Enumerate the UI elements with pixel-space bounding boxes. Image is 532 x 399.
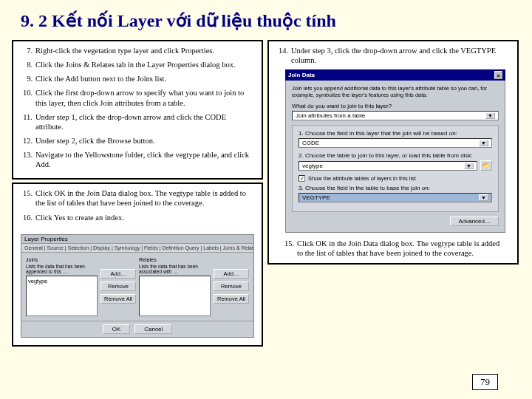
join-data-title: Join Data [288, 72, 315, 78]
instruction-step: 7.Right-click the vegetation type layer … [19, 46, 256, 55]
instruction-step: 12.Under step 2, click the Browse button… [19, 136, 256, 146]
join-step-1-label: 1. Choose the field in this layer that t… [299, 130, 492, 137]
panel-steps-15-16: 15.Click OK in the Join Data dialog box.… [12, 183, 263, 346]
relates-label: Relates [139, 257, 211, 262]
step-number: 8. [19, 60, 33, 69]
step-number: 12. [19, 136, 33, 146]
step-number: 10. [19, 88, 33, 107]
step-number: 15. [19, 188, 33, 208]
joins-remove-button[interactable]: Remove [100, 282, 136, 291]
instruction-step: 8.Click the Joins & Relates tab in the L… [19, 60, 256, 69]
instruction-step: 10.Click the first drop-down arrow to sp… [19, 88, 256, 107]
step-15-right: 15. Click OK in the Join Data dialog box… [275, 239, 511, 258]
step-14: 14. Under step 3, click the drop-down ar… [275, 46, 511, 65]
instruction-step: 13.Navigate to the Yellowstone folder, c… [19, 150, 256, 169]
join-data-dialog: Join Data × Join lets you append additio… [285, 69, 505, 233]
instruction-step: 15.Click OK in the Join Data dialog box.… [19, 188, 256, 208]
chevron-down-icon[interactable]: ▼ [479, 194, 488, 201]
relates-caption: Lists the data that has been associated … [139, 264, 211, 274]
chevron-down-icon[interactable]: ▼ [479, 140, 488, 146]
join-type-combo[interactable]: Join attributes from a table ▼ [292, 111, 499, 120]
step-text: Navigate to the Yellowstone folder, clic… [35, 150, 256, 169]
step-text: Under step 2, click the Browse button. [35, 136, 256, 146]
slide-title: 9. 2 Kết nối Layer với dữ liệu thuộc tín… [0, 0, 532, 35]
advanced-button[interactable]: Advanced… [450, 216, 499, 226]
instruction-step: 11.Under step 1, click the drop-down arr… [19, 112, 256, 132]
browse-icon[interactable]: 📂 [480, 160, 492, 171]
step-text: Click the Joins & Relates tab in the Lay… [35, 60, 256, 69]
panel-step-14-joindata: 14. Under step 3, click the drop-down ar… [267, 40, 519, 265]
chevron-down-icon[interactable]: ▼ [464, 163, 474, 169]
step-text: Click the first drop-down arrow to speci… [35, 88, 256, 107]
joins-caption: Lists the data that has been appended to… [26, 264, 98, 274]
joins-add-button[interactable]: Add… [100, 269, 136, 279]
step-text: Click OK in the Join Data dialog box. Th… [297, 239, 505, 258]
join-field-1-value: CODE [302, 140, 319, 146]
layer-properties-tabs: General | Source | Selection | Display |… [21, 244, 253, 253]
page-number: 79 [472, 374, 498, 390]
step-number: 7. [19, 46, 33, 55]
join-field-3-combo[interactable]: VEGTYPE ▼ [299, 193, 492, 202]
step-text: Click OK in the Join Data dialog box. Th… [35, 188, 256, 208]
join-step-3-label: 3. Choose the field in the table to base… [299, 185, 492, 191]
cancel-button[interactable]: Cancel [134, 324, 172, 334]
join-step-2-label: 2. Choose the table to join to this laye… [299, 152, 492, 159]
layer-properties-screenshot: Layer Properties General | Source | Sele… [13, 231, 262, 345]
show-attr-tables-checkbox-row[interactable]: ✓ Show the attribute tables of layers in… [299, 175, 492, 182]
ok-button[interactable]: OK [103, 324, 131, 334]
join-data-titlebar: Join Data × [285, 69, 505, 81]
step-number: 14. [275, 46, 288, 65]
join-data-inset: 1. Choose the field in this layer that t… [292, 125, 499, 212]
instruction-step: 9.Click the Add button next to the Joins… [19, 74, 256, 83]
panel-steps-7-13: 7.Right-click the vegetation type layer … [12, 40, 263, 180]
join-field-1-combo[interactable]: CODE ▼ [299, 138, 492, 148]
step-text: Under step 1, click the drop-down arrow … [35, 112, 256, 132]
joins-list[interactable]: vegtype [26, 276, 98, 316]
join-data-question: What do you want to join to this layer? [292, 103, 499, 109]
step-text: Under step 3, click the drop-down arrow … [291, 46, 511, 65]
relates-add-button[interactable]: Add… [214, 269, 249, 279]
content-area: 7.Right-click the vegetation type layer … [12, 40, 520, 372]
relates-removeall-button[interactable]: Remove All [214, 294, 249, 304]
join-field-3-value: VEGTYPE [302, 194, 330, 201]
right-column: 14. Under step 3, click the drop-down ar… [267, 40, 519, 372]
relates-remove-button[interactable]: Remove [214, 282, 249, 291]
joins-label: Joins [26, 257, 98, 262]
join-data-intro: Join lets you append additional data to … [292, 85, 499, 98]
layer-properties-title: Layer Properties [21, 235, 253, 244]
step-number: 11. [19, 112, 33, 132]
chevron-down-icon[interactable]: ▼ [485, 112, 495, 119]
step-text: Click Yes to create an index. [35, 213, 256, 222]
step-number: 16. [19, 213, 33, 222]
step-number: 13. [19, 150, 33, 169]
step-number: 9. [19, 74, 33, 83]
left-column: 7.Right-click the vegetation type layer … [12, 40, 263, 372]
joins-removeall-button[interactable]: Remove All [100, 294, 136, 304]
step-text: Right-click the vegetation type layer an… [35, 46, 256, 55]
step-number: 15. [281, 239, 294, 258]
checkbox-icon[interactable]: ✓ [299, 175, 305, 182]
close-icon[interactable]: × [494, 71, 502, 79]
join-type-value: Join attributes from a table [296, 112, 365, 119]
join-table-value: vegtype [302, 163, 323, 169]
step-text: Click the Add button next to the Joins l… [35, 74, 256, 83]
relates-list[interactable] [139, 276, 211, 316]
show-attr-tables-label: Show the attribute tables of layers in t… [308, 175, 416, 182]
instruction-step: 16.Click Yes to create an index. [19, 213, 256, 222]
join-table-combo[interactable]: vegtype ▼ [299, 161, 477, 171]
